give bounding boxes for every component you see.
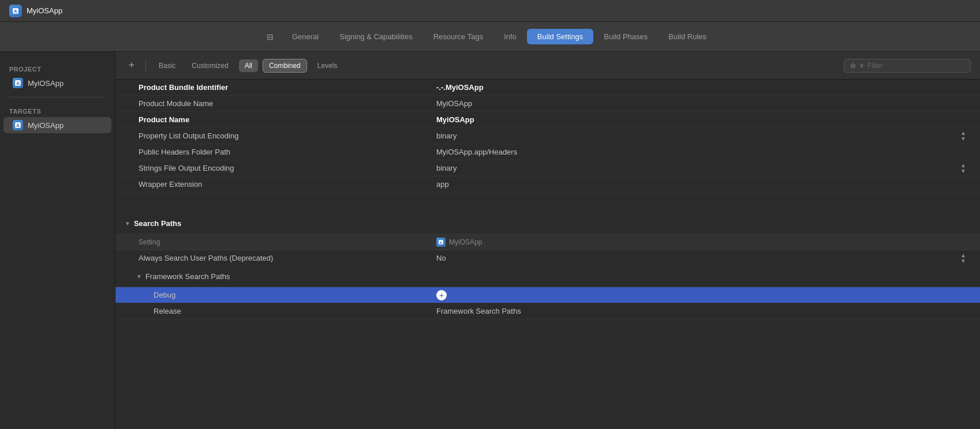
filter-icon: ⊜ (850, 62, 856, 70)
tab-build-rules[interactable]: Build Rules (658, 29, 717, 44)
app-title: MyiOSApp (27, 6, 62, 15)
debug-row[interactable]: Debug + (115, 287, 980, 303)
setting-name: Product Name (125, 115, 436, 124)
sidebar-toggle-button[interactable]: ⊟ (263, 30, 277, 44)
setting-name: Product Module Name (125, 99, 436, 108)
filter-chevron-icon: ∨ (859, 62, 864, 69)
tab-build-settings[interactable]: Build Settings (527, 29, 594, 44)
search-paths-section-header[interactable]: ▼ Search Paths (115, 213, 980, 234)
section-spacer (115, 193, 980, 213)
setting-name: Strings File Output Encoding (125, 164, 436, 172)
target-icon: A (13, 120, 23, 130)
settings-table: Product Bundle Identifier -.-.MyiOSApp P… (115, 80, 980, 429)
setting-value: app (436, 180, 971, 189)
table-row[interactable]: Public Headers Folder Path MyiOSApp.app/… (115, 144, 980, 160)
chevron-down-icon: ▼ (125, 220, 130, 227)
debug-label: Debug (125, 291, 436, 299)
filter-search-box: ⊜ ∨ (844, 59, 971, 73)
tab-resource-tags[interactable]: Resource Tags (423, 29, 493, 44)
project-section-header: PROJECT (0, 61, 115, 75)
sidebar-item-target-myiosapp[interactable]: A MyiOSApp (3, 117, 111, 133)
target-col-icon: A (436, 238, 446, 247)
targets-section-header: TARGETS (0, 103, 115, 117)
tab-general[interactable]: General (282, 29, 329, 44)
setting-value: binary ▲▼ (436, 163, 971, 174)
filter-bar: + Basic Customized All Combined Levels ⊜… (115, 52, 980, 80)
col-header-value: A MyiOSApp (436, 238, 971, 247)
table-row[interactable]: Strings File Output Encoding binary ▲▼ (115, 160, 980, 176)
setting-value: binary ▲▼ (436, 130, 971, 142)
filter-tab-customized[interactable]: Customized (186, 59, 234, 72)
sidebar-divider (9, 97, 106, 97)
stepper-icon[interactable]: ▲▼ (960, 130, 966, 142)
release-row[interactable]: Release Framework Search Paths (115, 303, 980, 319)
setting-value: MyiOSApp.app/Headers (436, 148, 971, 156)
filter-tab-basic[interactable]: Basic (153, 59, 181, 72)
column-headers: Setting A MyiOSApp (115, 234, 980, 250)
tab-build-phases[interactable]: Build Phases (593, 29, 658, 44)
setting-value: -.-.MyiOSApp (436, 83, 971, 92)
stepper-icon[interactable]: ▲▼ (960, 163, 966, 174)
table-row[interactable]: Always Search User Paths (Deprecated) No… (115, 250, 980, 266)
svg-text:A: A (16, 81, 19, 85)
target-label: MyiOSApp (28, 121, 63, 130)
col-header-setting: Setting (125, 238, 436, 246)
setting-value: MyiOSApp (436, 99, 971, 108)
chevron-down-icon: ▼ (136, 273, 142, 280)
tab-bar: ⊟ General Signing & Capabilities Resourc… (0, 22, 980, 52)
add-setting-button[interactable]: + (125, 59, 139, 73)
table-row[interactable]: Wrapper Extension app (115, 176, 980, 193)
release-value: Framework Search Paths (436, 307, 971, 315)
setting-name: Always Search User Paths (Deprecated) (125, 254, 436, 262)
table-row[interactable]: Product Module Name MyiOSApp (115, 96, 980, 112)
setting-name: Wrapper Extension (125, 180, 436, 189)
title-bar: A MyiOSApp (0, 0, 980, 22)
content-area: + Basic Customized All Combined Levels ⊜… (115, 52, 980, 429)
tab-signing[interactable]: Signing & Capabilities (329, 29, 422, 44)
main-layout: PROJECT A MyiOSApp TARGETS A MyiOSApp (0, 52, 980, 429)
setting-name: Product Bundle Identifier (125, 83, 436, 92)
filter-separator (145, 60, 146, 72)
project-icon: A (13, 78, 23, 88)
filter-tab-levels[interactable]: Levels (312, 59, 343, 72)
sidebar-item-project-myiosapp[interactable]: A MyiOSApp (3, 75, 111, 91)
setting-value: MyiOSApp (436, 115, 971, 124)
filter-tab-all[interactable]: All (239, 59, 258, 72)
table-row[interactable]: Product Name MyiOSApp (115, 112, 980, 128)
svg-text:A: A (14, 9, 17, 14)
app-icon: A (9, 5, 22, 17)
release-label: Release (125, 307, 436, 315)
table-row[interactable]: Property List Output Encoding binary ▲▼ (115, 128, 980, 144)
setting-name: Public Headers Folder Path (125, 148, 436, 156)
section-title: Search Paths (134, 219, 181, 228)
framework-search-paths-row[interactable]: ▼ Framework Search Paths (115, 266, 980, 287)
table-row[interactable]: Product Bundle Identifier -.-.MyiOSApp (115, 80, 980, 96)
filter-search-input[interactable] (867, 62, 960, 70)
setting-value: No ▲▼ (436, 253, 971, 264)
project-label: MyiOSApp (28, 79, 63, 88)
col-header-target-name: MyiOSApp (449, 238, 482, 246)
stepper-icon[interactable]: ▲▼ (960, 253, 966, 264)
sidebar: PROJECT A MyiOSApp TARGETS A MyiOSApp (0, 52, 115, 429)
svg-text:A: A (16, 123, 19, 127)
framework-search-paths-label: Framework Search Paths (145, 272, 230, 281)
svg-text:A: A (440, 241, 443, 244)
setting-name: Property List Output Encoding (125, 131, 436, 140)
add-debug-path-button[interactable]: + (436, 290, 447, 300)
tab-info[interactable]: Info (493, 29, 527, 44)
debug-value: + (436, 290, 971, 300)
filter-tab-combined[interactable]: Combined (263, 59, 307, 73)
